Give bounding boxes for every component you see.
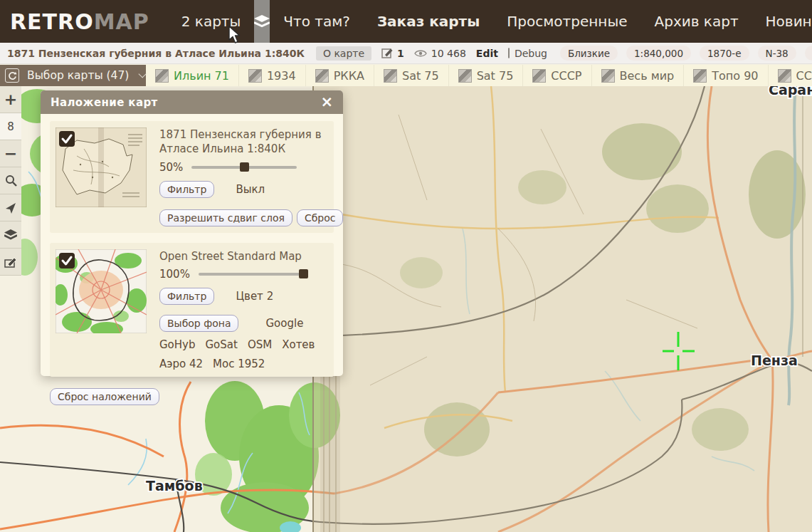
draw-button[interactable] <box>0 249 21 276</box>
map-toolbar: + 8 − <box>0 86 21 276</box>
retromap-app: Тамбов Пенза Саран + 8 − Наложение карт … <box>0 0 812 532</box>
about-map-button[interactable]: О карте <box>316 46 371 61</box>
map-thumbnail <box>693 69 707 83</box>
filter-value: Выкл <box>236 183 265 196</box>
map-selector-dropdown[interactable]: Выбор карты (47) <box>0 65 146 86</box>
map-selector-label: Выбор карты (47) <box>27 69 129 82</box>
city-label-tambov: Тамбов <box>146 478 203 494</box>
debug-checkbox[interactable] <box>508 48 510 58</box>
nav-what-is-there[interactable]: Что там? <box>283 13 350 30</box>
background-option-gohyb[interactable]: GoHyb <box>159 338 195 351</box>
layer-row-osm: Open Street Standard Map 100% Фильтр Цве… <box>50 243 334 377</box>
layer-row-1871: 1871 Пензенская губерния в Атласе Ильина… <box>50 121 334 233</box>
nav-two-maps[interactable]: 2 карты <box>181 13 241 30</box>
map-tab-rkka[interactable]: РККА <box>306 65 374 86</box>
top-nav: RETROMAP 2 карты Что там? Заказ карты Пр… <box>0 0 812 43</box>
filter-button[interactable]: Фильтр <box>159 181 214 198</box>
overlay-dialog-header[interactable]: Наложение карт × <box>41 90 343 114</box>
map-thumbnail <box>778 69 791 83</box>
filter-value: Цвет 2 <box>236 290 273 303</box>
background-option-gosat[interactable]: GoSat <box>205 338 237 351</box>
layers-button[interactable] <box>0 221 21 249</box>
pencil-icon <box>4 256 17 268</box>
opacity-slider-handle[interactable] <box>299 269 308 278</box>
edit-link[interactable]: Edit <box>476 48 498 59</box>
map-tab-sssr-1km[interactable]: СССР 1км <box>769 65 812 86</box>
reset-layer-button[interactable]: Сброс <box>297 209 344 226</box>
edits-count: 1 <box>397 48 404 59</box>
eye-icon <box>414 49 427 58</box>
map-tab-sssr[interactable]: СССР <box>523 65 591 86</box>
check-icon <box>60 254 74 268</box>
map-tab-sat75-b[interactable]: Sat 75 <box>449 65 524 86</box>
city-label-penza: Пенза <box>751 353 798 368</box>
background-option-osm[interactable]: OSM <box>248 338 272 351</box>
check-icon <box>60 132 74 146</box>
old-map-overlay <box>313 86 812 532</box>
zoom-level-indicator: 8 <box>0 113 21 140</box>
background-option-mos1952[interactable]: Мос 1952 <box>213 358 265 370</box>
reset-overlays-button[interactable]: Сброс наложений <box>50 388 159 405</box>
map-tab-sat75-a[interactable]: Sat 75 <box>374 65 449 86</box>
layer-name: 1871 Пензенская губерния в Атласе Ильина… <box>159 127 328 157</box>
map-tab-bar: Выбор карты (47) Ильин 71 1934 РККА Sat … <box>0 65 812 86</box>
city-label-saransk: Саран <box>769 86 812 98</box>
close-icon[interactable]: × <box>320 95 333 110</box>
tag-penza[interactable]: Пенза <box>805 46 812 61</box>
allow-layer-shift-button[interactable]: Разрешить сдвиг слоя <box>159 209 292 226</box>
background-option-khotev[interactable]: Хотев <box>282 338 315 351</box>
map-thumbnail <box>315 69 329 83</box>
nav-map-archive[interactable]: Архив карт <box>655 13 739 30</box>
nav-order-map[interactable]: Заказ карты <box>377 13 480 30</box>
map-tab-topo90[interactable]: Топо 90 <box>684 65 768 86</box>
map-thumbnail <box>458 69 472 83</box>
search-icon <box>5 174 17 187</box>
map-thumbnail <box>155 69 169 83</box>
layers-icon <box>254 15 270 28</box>
tag-list: Близкие 1:840,000 1870-е N-38 Пенза Атла… <box>560 46 812 61</box>
layer-checkbox-1871[interactable] <box>59 131 75 147</box>
debug-label: Debug <box>515 48 547 59</box>
background-option-aero42[interactable]: Аэро 42 <box>159 358 203 370</box>
map-tab-1934[interactable]: 1934 <box>239 65 306 86</box>
opacity-slider-handle[interactable] <box>240 162 249 172</box>
layer-thumbnail-osm[interactable] <box>56 249 147 370</box>
map-thumbnail <box>384 69 397 83</box>
layer-checkbox-osm[interactable] <box>59 253 75 268</box>
background-select-button[interactable]: Выбор фона <box>159 315 238 332</box>
map-thumbnail <box>532 69 546 83</box>
overlay-dialog: Наложение карт × <box>41 90 343 376</box>
nav-new-items[interactable]: Новинки <box>766 13 812 30</box>
opacity-value: 100% <box>159 268 190 281</box>
background-value: Google <box>265 317 303 330</box>
edit-note-icon[interactable] <box>381 47 394 59</box>
tag-blizkie[interactable]: Близкие <box>560 46 618 61</box>
map-thumbnail <box>601 69 615 83</box>
tag-n38[interactable]: N-38 <box>758 46 796 61</box>
nav-viewed[interactable]: Просмотренные <box>507 13 627 30</box>
views-count: 10 468 <box>431 48 466 59</box>
layers-icon <box>4 229 17 241</box>
search-button[interactable] <box>0 167 21 194</box>
layer-thumbnail-1871[interactable] <box>56 127 147 226</box>
map-tab-ilyin71[interactable]: Ильин 71 <box>146 65 239 86</box>
current-map-title: 1871 Пензенская губерния в Атласе Ильина… <box>7 48 305 59</box>
map-tab-ves-mir[interactable]: Весь мир <box>592 65 685 86</box>
filter-button[interactable]: Фильтр <box>159 288 214 305</box>
nav-overlay-layers-button[interactable] <box>254 0 270 43</box>
tag-1870s[interactable]: 1870-е <box>700 46 749 61</box>
refresh-icon[interactable] <box>5 68 19 83</box>
zoom-in-button[interactable]: + <box>0 86 21 113</box>
opacity-slider[interactable] <box>199 273 305 276</box>
map-info-bar: 1871 Пензенская губерния в Атласе Ильина… <box>0 43 812 64</box>
map-thumbnail <box>248 69 262 83</box>
retromap-logo[interactable]: RETROMAP <box>10 9 149 34</box>
dialog-title: Наложение карт <box>51 96 158 109</box>
tag-scale[interactable]: 1:840,000 <box>626 46 691 61</box>
opacity-slider[interactable] <box>191 166 297 169</box>
locate-button[interactable] <box>0 194 21 221</box>
layer-name: Open Street Standard Map <box>159 249 328 264</box>
zoom-out-button[interactable]: − <box>0 140 21 167</box>
opacity-value: 50% <box>159 161 183 174</box>
location-arrow-icon <box>5 202 16 214</box>
